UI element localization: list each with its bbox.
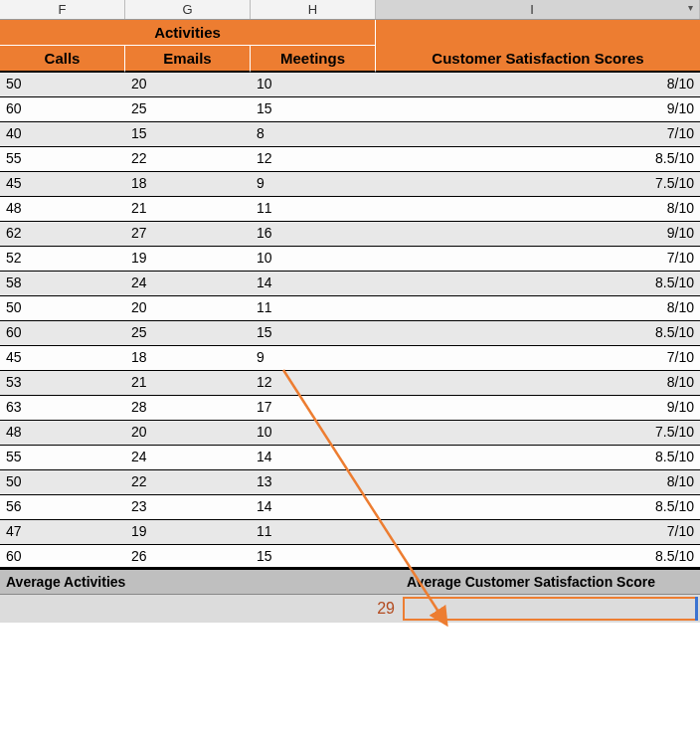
cell-emails[interactable]: 23 bbox=[125, 495, 251, 519]
avg-activities-value[interactable]: 29 bbox=[0, 600, 401, 618]
cell-score[interactable]: 8/10 bbox=[376, 470, 700, 494]
column-header-g[interactable]: G bbox=[125, 0, 251, 19]
table-row: 5020118/10 bbox=[0, 296, 700, 321]
cell-score[interactable]: 8.5/10 bbox=[376, 321, 700, 345]
cell-calls[interactable]: 55 bbox=[0, 446, 125, 469]
cell-emails[interactable]: 24 bbox=[125, 446, 251, 469]
cell-meetings[interactable]: 11 bbox=[251, 296, 376, 320]
cell-score[interactable]: 8/10 bbox=[376, 197, 700, 221]
cell-score[interactable]: 7.5/10 bbox=[376, 421, 700, 445]
cell-meetings[interactable]: 16 bbox=[251, 222, 376, 246]
cell-calls[interactable]: 47 bbox=[0, 520, 125, 544]
cell-emails[interactable]: 19 bbox=[125, 247, 251, 271]
cell-calls[interactable]: 40 bbox=[0, 122, 125, 146]
cell-emails[interactable]: 22 bbox=[125, 147, 251, 171]
cell-meetings[interactable]: 10 bbox=[251, 73, 376, 96]
cell-score[interactable]: 8/10 bbox=[376, 73, 700, 96]
cell-meetings[interactable]: 12 bbox=[251, 147, 376, 171]
cell-emails[interactable]: 22 bbox=[125, 470, 251, 494]
footer-label-row: Average Activities Average Customer Sati… bbox=[0, 570, 700, 595]
cell-emails[interactable]: 15 bbox=[125, 122, 251, 146]
cell-score[interactable]: 7/10 bbox=[376, 520, 700, 544]
cell-score[interactable]: 9/10 bbox=[376, 396, 700, 420]
cell-calls[interactable]: 45 bbox=[0, 346, 125, 370]
cell-calls[interactable]: 48 bbox=[0, 197, 125, 221]
cell-score[interactable]: 8.5/10 bbox=[376, 545, 700, 567]
cell-meetings[interactable]: 14 bbox=[251, 495, 376, 519]
header-activities: Activities bbox=[0, 20, 376, 46]
table-row: 5020108/10 bbox=[0, 73, 700, 97]
cell-emails[interactable]: 19 bbox=[125, 520, 251, 544]
cell-calls[interactable]: 60 bbox=[0, 321, 125, 345]
cell-score[interactable]: 9/10 bbox=[376, 222, 700, 246]
column-header-i[interactable]: I ▾ bbox=[376, 0, 700, 19]
table-row: 451897/10 bbox=[0, 346, 700, 371]
cell-emails[interactable]: 25 bbox=[125, 321, 251, 345]
column-header-h[interactable]: H bbox=[251, 0, 376, 19]
cell-emails[interactable]: 18 bbox=[125, 346, 251, 370]
cell-meetings[interactable]: 15 bbox=[251, 321, 376, 345]
cell-score[interactable]: 8/10 bbox=[376, 296, 700, 320]
cell-calls[interactable]: 56 bbox=[0, 495, 125, 519]
cell-emails[interactable]: 26 bbox=[125, 545, 251, 567]
cell-emails[interactable]: 20 bbox=[125, 421, 251, 445]
cell-score[interactable]: 7/10 bbox=[376, 346, 700, 370]
cell-meetings[interactable]: 13 bbox=[251, 470, 376, 494]
cell-score[interactable]: 9/10 bbox=[376, 97, 700, 121]
cell-calls[interactable]: 52 bbox=[0, 247, 125, 271]
cell-calls[interactable]: 50 bbox=[0, 470, 125, 494]
cell-emails[interactable]: 20 bbox=[125, 296, 251, 320]
cell-meetings[interactable]: 11 bbox=[251, 197, 376, 221]
cell-emails[interactable]: 24 bbox=[125, 272, 251, 295]
cell-meetings[interactable]: 11 bbox=[251, 520, 376, 544]
table-row: 6025159/10 bbox=[0, 97, 700, 122]
footer-value-row: 29 bbox=[0, 595, 700, 623]
avg-satisfaction-cell[interactable] bbox=[403, 597, 697, 621]
cell-emails[interactable]: 21 bbox=[125, 197, 251, 221]
cell-calls[interactable]: 55 bbox=[0, 147, 125, 171]
avg-activities-label: Average Activities bbox=[0, 570, 401, 595]
cell-meetings[interactable]: 14 bbox=[251, 446, 376, 469]
cell-calls[interactable]: 63 bbox=[0, 396, 125, 420]
cell-emails[interactable]: 25 bbox=[125, 97, 251, 121]
cell-calls[interactable]: 50 bbox=[0, 73, 125, 96]
cell-meetings[interactable]: 17 bbox=[251, 396, 376, 420]
table-row: 401587/10 bbox=[0, 122, 700, 147]
chevron-down-icon[interactable]: ▾ bbox=[688, 2, 693, 13]
cell-calls[interactable]: 60 bbox=[0, 97, 125, 121]
cell-emails[interactable]: 21 bbox=[125, 371, 251, 395]
data-rows: 5020108/106025159/10401587/105522128.5/1… bbox=[0, 73, 700, 570]
cell-score[interactable]: 8.5/10 bbox=[376, 147, 700, 171]
cell-meetings[interactable]: 10 bbox=[251, 421, 376, 445]
cell-meetings[interactable]: 9 bbox=[251, 172, 376, 196]
cell-meetings[interactable]: 12 bbox=[251, 371, 376, 395]
cell-calls[interactable]: 50 bbox=[0, 296, 125, 320]
cell-emails[interactable]: 28 bbox=[125, 396, 251, 420]
cell-calls[interactable]: 48 bbox=[0, 421, 125, 445]
cell-score[interactable]: 8.5/10 bbox=[376, 446, 700, 469]
cell-calls[interactable]: 58 bbox=[0, 272, 125, 295]
column-header-f[interactable]: F bbox=[0, 0, 125, 19]
cell-meetings[interactable]: 15 bbox=[251, 545, 376, 567]
cell-meetings[interactable]: 10 bbox=[251, 247, 376, 271]
cell-score[interactable]: 7.5/10 bbox=[376, 172, 700, 196]
cell-score[interactable]: 7/10 bbox=[376, 122, 700, 146]
cell-score[interactable]: 8.5/10 bbox=[376, 495, 700, 519]
cell-meetings[interactable]: 9 bbox=[251, 346, 376, 370]
cell-meetings[interactable]: 8 bbox=[251, 122, 376, 146]
cell-score[interactable]: 8.5/10 bbox=[376, 272, 700, 295]
cell-emails[interactable]: 27 bbox=[125, 222, 251, 246]
cell-meetings[interactable]: 14 bbox=[251, 272, 376, 295]
column-header-row: F G H I ▾ bbox=[0, 0, 700, 20]
table-row: 4719117/10 bbox=[0, 520, 700, 545]
cell-calls[interactable]: 60 bbox=[0, 545, 125, 567]
table-row: 6227169/10 bbox=[0, 222, 700, 247]
cell-emails[interactable]: 20 bbox=[125, 73, 251, 96]
cell-calls[interactable]: 45 bbox=[0, 172, 125, 196]
cell-emails[interactable]: 18 bbox=[125, 172, 251, 196]
cell-score[interactable]: 8/10 bbox=[376, 371, 700, 395]
cell-calls[interactable]: 53 bbox=[0, 371, 125, 395]
cell-score[interactable]: 7/10 bbox=[376, 247, 700, 271]
cell-calls[interactable]: 62 bbox=[0, 222, 125, 246]
cell-meetings[interactable]: 15 bbox=[251, 97, 376, 121]
